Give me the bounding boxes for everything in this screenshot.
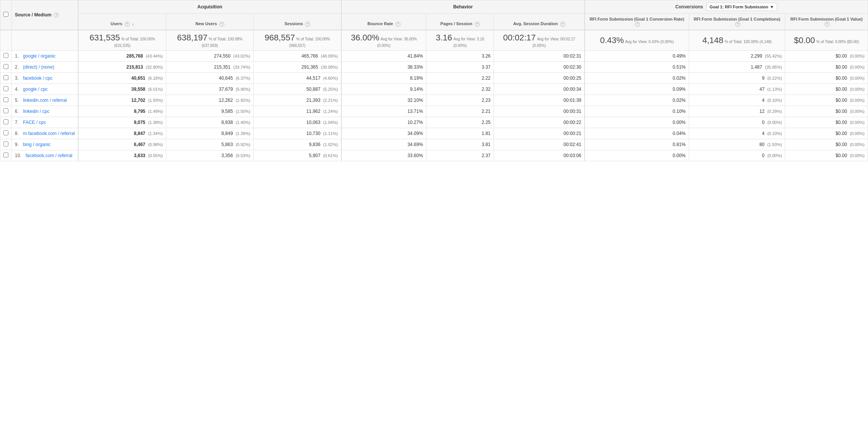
users-cell-6: 9,795 (1.49%) <box>78 106 166 117</box>
source-link-8[interactable]: m.facebook.com / referral <box>23 131 75 136</box>
row-checkbox-1[interactable] <box>0 50 12 61</box>
source-link-7[interactable]: FACE / cpc <box>23 120 46 125</box>
source-cell-7: 7. FACE / cpc <box>12 117 79 128</box>
sessions-col-header: Sessions ? <box>254 14 341 30</box>
rfi-completions-help-icon[interactable]: ? <box>735 22 740 27</box>
rfi-value-cell-2: $0.00 (0.00%) <box>785 61 868 72</box>
new-users-help-icon[interactable]: ? <box>219 22 224 27</box>
source-link-2[interactable]: (direct) / (none) <box>23 64 54 70</box>
conversions-dropdown[interactable]: Goal 1: RFI Form Submission ▼ <box>706 3 778 11</box>
bounce-rate-cell-6: 13.71% <box>341 106 426 117</box>
rfi-rate-cell-7: 0.00% <box>585 117 689 128</box>
source-link-4[interactable]: google / cpc <box>23 87 48 92</box>
source-link-3[interactable]: facebook / cpc <box>23 76 52 81</box>
pages-session-cell-10: 2.37 <box>426 150 494 161</box>
rfi-value-help-icon[interactable]: ? <box>825 22 829 27</box>
sessions-cell-1: 465,766 (48.09%) <box>254 50 341 61</box>
rfi-completions-cell-6: 12 (0.29%) <box>689 106 785 117</box>
sessions-cell-10: 5,907 (0.61%) <box>254 150 341 161</box>
sessions-cell-3: 44,517 (4.60%) <box>254 72 341 84</box>
source-cell-6: 6. linkedin / cpc <box>12 106 79 117</box>
bounce-rate-cell-3: 8.19% <box>341 72 426 84</box>
bounce-rate-cell-2: 38.33% <box>341 61 426 72</box>
rfi-completions-col-header: RFI Form Submission (Goal 1 Completions)… <box>689 14 785 30</box>
rfi-rate-cell-6: 0.10% <box>585 106 689 117</box>
sessions-cell-4: 50,887 (5.25%) <box>254 84 341 95</box>
source-link-6[interactable]: linkedin / cpc <box>23 109 49 114</box>
new-users-cell-3: 40,645 (6.37%) <box>166 72 254 84</box>
bounce-rate-cell-1: 41.84% <box>341 50 426 61</box>
sessions-cell-9: 9,836 (1.02%) <box>254 139 341 150</box>
totals-source-cell <box>12 30 79 51</box>
pages-session-cell-3: 2.22 <box>426 72 494 84</box>
avg-session-cell-1: 00:02:31 <box>494 50 585 61</box>
rfi-value-cell-6: $0.00 (0.00%) <box>785 106 868 117</box>
users-cell-4: 39,558 (6.01%) <box>78 84 166 95</box>
pages-session-cell-1: 3.26 <box>426 50 494 61</box>
users-cell-8: 8,847 (1.34%) <box>78 128 166 139</box>
totals-checkbox-cell <box>0 30 12 51</box>
row-checkbox-2[interactable] <box>0 61 12 72</box>
users-cell-1: 285,768 (43.44%) <box>78 50 166 61</box>
row-checkbox-5[interactable] <box>0 95 12 106</box>
new-users-cell-10: 3,356 (0.53%) <box>166 150 254 161</box>
totals-rfi-rate-cell: 0.43% Avg for View: 0.43% (0.00%) <box>585 30 689 51</box>
rfi-value-cell-10: $0.00 (0.00%) <box>785 150 868 161</box>
sessions-help-icon[interactable]: ? <box>305 22 310 27</box>
avg-session-cell-3: 00:00:25 <box>494 72 585 84</box>
rfi-rate-cell-5: 0.02% <box>585 95 689 106</box>
row-checkbox-4[interactable] <box>0 84 12 95</box>
source-link-1[interactable]: google / organic <box>23 53 55 59</box>
rfi-completions-cell-4: 47 (1.13%) <box>689 84 785 95</box>
row-checkbox-7[interactable] <box>0 117 12 128</box>
pages-session-cell-2: 3.37 <box>426 61 494 72</box>
pages-session-help-icon[interactable]: ? <box>475 22 480 27</box>
source-cell-3: 3. facebook / cpc <box>12 72 79 84</box>
totals-rfi-completions-cell: 4,148 % of Total: 100.00% (4,148) <box>689 30 785 51</box>
table-row: 1. google / organic 285,768 (43.44%) 274… <box>0 50 868 61</box>
row-checkbox-3[interactable] <box>0 72 12 84</box>
behavior-header: Behavior <box>341 0 585 14</box>
new-users-cell-9: 5,863 (0.92%) <box>166 139 254 150</box>
users-cell-2: 215,813 (32.80%) <box>78 61 166 72</box>
bounce-rate-help-icon[interactable]: ? <box>395 22 400 27</box>
row-checkbox-6[interactable] <box>0 106 12 117</box>
bounce-rate-col-header: Bounce Rate ? <box>341 14 426 30</box>
row-checkbox-10[interactable] <box>0 150 12 161</box>
new-users-cell-8: 8,849 (1.39%) <box>166 128 254 139</box>
source-medium-header: Source / Medium ? <box>12 0 79 30</box>
totals-new-users-cell: 638,197 % of Total: 100.08% (637,659) <box>166 30 254 51</box>
rfi-value-cell-9: $0.00 (0.00%) <box>785 139 868 150</box>
table-row: 5. linkedin.com / referral 12,702 (1.93%… <box>0 95 868 106</box>
row-checkbox-9[interactable] <box>0 139 12 150</box>
acquisition-header: Acquisition <box>78 0 341 14</box>
new-users-col-header: New Users ? <box>166 14 254 30</box>
row-checkbox-8[interactable] <box>0 128 12 139</box>
sessions-cell-2: 291,365 (30.08%) <box>254 61 341 72</box>
source-link-5[interactable]: linkedin.com / referral <box>23 98 67 103</box>
users-cell-9: 6,467 (0.98%) <box>78 139 166 150</box>
analytics-table: Source / Medium ? Acquisition Behavior C… <box>0 0 868 161</box>
users-help-icon[interactable]: ? <box>125 22 130 27</box>
table-row: 4. google / cpc 39,558 (6.01%) 37,679 (5… <box>0 84 868 95</box>
users-cell-5: 12,702 (1.93%) <box>78 95 166 106</box>
users-sort-icon[interactable]: ↓ <box>132 21 134 26</box>
rfi-rate-cell-10: 0.00% <box>585 150 689 161</box>
new-users-cell-7: 8,938 (1.40%) <box>166 117 254 128</box>
rfi-completions-cell-1: 2,299 (55.42%) <box>689 50 785 61</box>
source-link-9[interactable]: bing / organic <box>23 142 50 147</box>
rfi-rate-help-icon[interactable]: ? <box>635 22 640 27</box>
users-cell-3: 40,651 (6.18%) <box>78 72 166 84</box>
source-link-10[interactable]: facebook.com / referral <box>26 153 72 158</box>
bounce-rate-cell-9: 34.69% <box>341 139 426 150</box>
new-users-cell-5: 12,262 (1.92%) <box>166 95 254 106</box>
rfi-rate-col-header: RFI Form Submission (Goal 1 Conversion R… <box>585 14 689 30</box>
avg-session-help-icon[interactable]: ? <box>560 22 565 27</box>
select-all-checkbox[interactable] <box>0 0 12 30</box>
totals-rfi-value-cell: $0.00 % of Total: 0.00% ($0.00) <box>785 30 868 51</box>
source-cell-10: 10. facebook.com / referral <box>12 150 79 161</box>
rfi-value-cell-1: $0.00 (0.00%) <box>785 50 868 61</box>
avg-session-cell-5: 00:01:39 <box>494 95 585 106</box>
table-row: 6. linkedin / cpc 9,795 (1.49%) 9,585 (1… <box>0 106 868 117</box>
source-medium-help-icon[interactable]: ? <box>54 13 59 18</box>
